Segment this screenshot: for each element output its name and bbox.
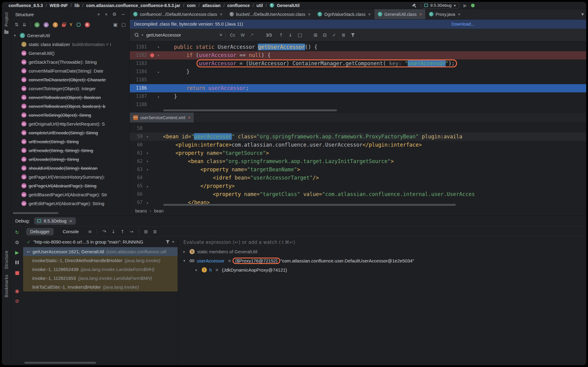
- fold-icon[interactable]: ▾: [155, 51, 161, 59]
- fold-icon[interactable]: ▾: [144, 166, 151, 174]
- breadcrumb-item[interactable]: GeneralUtil: [277, 3, 300, 8]
- code-line[interactable]: 1185: [130, 76, 586, 84]
- breadcrumb-item[interactable]: util: [257, 3, 263, 8]
- structure-item[interactable]: ▾CGeneralUtil: [11, 31, 129, 40]
- next-occurrence-icon[interactable]: ↓: [289, 32, 292, 38]
- editor-tab[interactable]: CProxy.java×: [426, 9, 464, 19]
- structure-item[interactable]: murlEncode(String, String): String: [11, 146, 129, 155]
- breadcrumb-item[interactable]: beans: [135, 208, 147, 213]
- code-line[interactable]: 1183 userAccessor = (UserAccessor) Conta…: [130, 59, 586, 68]
- download-link[interactable]: Download...: [451, 22, 475, 27]
- select-all-occurrences-icon[interactable]: ✓: [332, 32, 336, 38]
- code-line[interactable]: 58: [130, 124, 586, 133]
- filter-search-icon[interactable]: [351, 33, 355, 37]
- code-line[interactable]: 63▾ <property name="targetBeanName">: [130, 166, 586, 174]
- build-hammer-icon[interactable]: [412, 3, 416, 8]
- breadcrumb-item[interactable]: lib: [75, 3, 80, 8]
- thread-filter-icon[interactable]: [166, 240, 169, 244]
- line-number[interactable]: 63: [130, 166, 144, 174]
- sort-by-visibility-icon[interactable]: ⇊: [23, 22, 27, 27]
- tab-close-icon[interactable]: ×: [188, 115, 190, 120]
- mute-breakpoints-button[interactable]: ⊘: [15, 298, 19, 304]
- run-to-cursor-icon[interactable]: →: [129, 229, 133, 234]
- filter-non-public-icon[interactable]: [62, 24, 66, 27]
- structure-item[interactable]: mgetIdBasedPageUrl(AbstractPage): Str: [11, 190, 129, 199]
- remove-occurrence-icon[interactable]: ⊟: [323, 32, 327, 38]
- search-options-chevron-icon[interactable]: ▾: [142, 33, 143, 37]
- editor-tab[interactable]: CGeneralUtil.class×: [374, 9, 426, 19]
- tab-close-icon[interactable]: ×: [69, 219, 73, 223]
- tab-list-chevron-icon[interactable]: ▾: [579, 9, 586, 19]
- stack-frame[interactable]: invoke:-1, 112821653 (java.lang.invoke.L…: [23, 274, 178, 283]
- code-line[interactable]: 59▾ <bean id="userAccessor" class="org.s…: [130, 133, 586, 141]
- fold-icon[interactable]: ▴: [155, 68, 161, 76]
- breadcrumb-item[interactable]: WEB-INF: [50, 3, 68, 8]
- layout-settings-icon[interactable]: ≣: [153, 229, 157, 234]
- breakpoint-icon[interactable]: [150, 53, 154, 57]
- fold-icon[interactable]: ▴: [144, 182, 151, 190]
- fold-icon[interactable]: ▾: [144, 157, 151, 166]
- filter-properties-icon[interactable]: p: [44, 22, 49, 27]
- structure-item[interactable]: mconvertMailFormatDate(String): Date: [11, 66, 129, 75]
- structure-item[interactable]: murlEncode(String): String: [11, 137, 129, 146]
- breadcrumb-item[interactable]: atlassian: [202, 3, 221, 8]
- breadcrumb-item[interactable]: confluence: [227, 3, 250, 8]
- structure-item[interactable]: mgetPageUrl(AbstractPage): String: [11, 181, 129, 190]
- horizontal-scrollbar[interactable]: [130, 109, 586, 112]
- fold-icon[interactable]: ▾: [144, 149, 151, 157]
- editor-tab-xml[interactable]: </> userServiceContext.xml ×: [130, 112, 194, 123]
- chevron-down-icon[interactable]: ▾: [454, 3, 456, 8]
- folder-icon[interactable]: [4, 31, 9, 34]
- structure-item[interactable]: mconvertToCharacter(Object): Characte: [11, 75, 129, 84]
- chevron-down-icon[interactable]: ▾: [183, 259, 187, 263]
- editor-tab[interactable]: Cconfluence/.../DefaultUserAccessor.clas…: [130, 9, 226, 19]
- fold-icon[interactable]: ▴: [155, 92, 161, 101]
- line-number[interactable]: 60: [130, 141, 144, 149]
- horizontal-scrollbar[interactable]: [130, 203, 586, 206]
- stack-frame[interactable]: linkToCallSite:-1, Invokers$Holder (java…: [23, 283, 178, 291]
- scrollbar-thumb[interactable]: [24, 362, 96, 364]
- code-line[interactable]: 65▴ </property>: [130, 182, 586, 190]
- line-number[interactable]: 1181: [130, 43, 149, 51]
- line-number[interactable]: 64: [130, 174, 144, 182]
- code-line[interactable]: 1188: [130, 101, 586, 109]
- debug-bug-icon[interactable]: [471, 4, 475, 7]
- line-number[interactable]: 1184: [130, 68, 149, 76]
- code-line[interactable]: 64 <idref bean="userAccessorTarget"/>: [130, 174, 586, 182]
- stripe-project[interactable]: Project: [4, 12, 9, 27]
- autoscroll-from-source-icon[interactable]: ▢: [122, 22, 126, 27]
- editor-tab[interactable]: Cbucket/.../DefaultUserAccessor.class×: [226, 9, 314, 19]
- structure-item[interactable]: mgetOriginalUrl(HttpServletRequest): S: [11, 119, 129, 128]
- line-number[interactable]: 66: [130, 190, 144, 198]
- search-icon[interactable]: [135, 33, 139, 37]
- structure-item[interactable]: mshouldUrlDecode(String): boolean: [11, 164, 129, 173]
- chevron-down-icon[interactable]: ▾: [14, 34, 18, 37]
- layout-menu-icon[interactable]: ≡: [88, 229, 92, 234]
- clear-search-icon[interactable]: ×: [219, 32, 222, 38]
- line-number[interactable]: 1186: [130, 84, 149, 92]
- tab-close-icon[interactable]: ×: [220, 12, 222, 17]
- line-number[interactable]: 1183: [130, 59, 149, 68]
- code-line[interactable]: 1187▴ }: [130, 92, 586, 101]
- view-breakpoints-button[interactable]: ◉: [15, 288, 19, 294]
- add-occurrence-icon[interactable]: ⊞: [313, 32, 317, 38]
- chevron-down-icon[interactable]: ▾: [172, 240, 174, 244]
- code-line[interactable]: 61▾ <property name="targetSource">: [130, 149, 586, 157]
- variable-h-row[interactable]: ▸ f h = {JdkDynamicAopProxy@74121}: [178, 265, 586, 274]
- scrollbar-thumb[interactable]: [163, 109, 337, 111]
- search-input[interactable]: [146, 32, 216, 37]
- structure-item[interactable]: mgetStackTrace(Throwable): String: [11, 58, 129, 66]
- line-number[interactable]: 65: [130, 182, 144, 190]
- tab-close-icon[interactable]: ×: [419, 12, 422, 17]
- expand-all-icon[interactable]: »: [96, 13, 101, 16]
- breadcrumb-item[interactable]: com.atlassian.confluence_confluence-8.5.…: [86, 3, 180, 8]
- previous-occurrence-icon[interactable]: ↑: [279, 32, 283, 38]
- variable-useraccessor-row[interactable]: ▾ userAccessor = {$Proxy176@72152} "com.…: [178, 256, 586, 265]
- thread-selector[interactable]: ✓ "http-nio-8090-exec-6 url:...5 in grou…: [23, 237, 178, 247]
- code-line[interactable]: 66 <property name="targetClass" value="c…: [130, 190, 586, 198]
- line-number[interactable]: 1188: [130, 101, 149, 109]
- open-in-find-window-icon[interactable]: □: [298, 32, 302, 38]
- line-number[interactable]: 1187: [130, 92, 149, 101]
- structure-item[interactable]: mgetPageUrl(VersionHistorySummary):: [11, 173, 129, 181]
- breadcrumb-item[interactable]: bean: [154, 208, 164, 213]
